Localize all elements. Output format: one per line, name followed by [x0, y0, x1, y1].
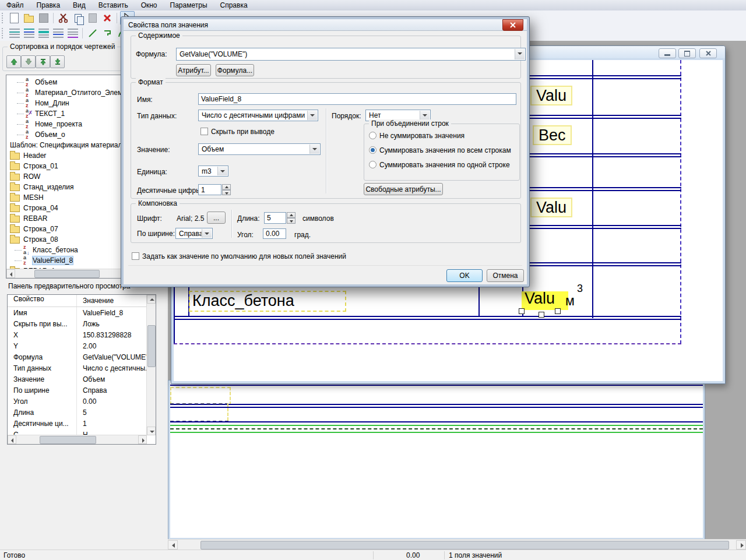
grid-row[interactable]: ИмяValueField_8: [8, 307, 147, 318]
scroll-thumb[interactable]: [40, 436, 96, 444]
scroll-right-arrow[interactable]: [138, 435, 147, 444]
menu-view[interactable]: Вид: [66, 0, 92, 10]
toolbar-grip[interactable]: [2, 13, 5, 23]
class-field-label[interactable]: Класс_бетона: [192, 291, 294, 311]
grid-row[interactable]: По ширинеСправа: [8, 385, 147, 396]
scroll-thumb[interactable]: [34, 270, 100, 278]
line-tool-button[interactable]: [86, 27, 99, 40]
value-field-label[interactable]: Вес: [533, 125, 572, 145]
grid-row[interactable]: ФормулаGetValue("VOLUME"): [8, 351, 147, 362]
preview-property-grid[interactable]: СвойствоЗначение ИмяValueField_8 Скрыть …: [7, 294, 156, 445]
background-template-window[interactable]: [168, 380, 705, 540]
selection-handle[interactable]: [539, 312, 544, 318]
menu-window[interactable]: Окно: [135, 0, 164, 10]
dialog-close-button[interactable]: [502, 19, 523, 31]
length-spinner[interactable]: [287, 212, 295, 224]
value-field-label[interactable]: Valu: [530, 198, 572, 217]
toolbar-grip[interactable]: [2, 28, 5, 38]
formula-button[interactable]: Формула...: [216, 64, 254, 76]
row-type-3-button[interactable]: [37, 27, 50, 40]
hide-on-output-checkbox[interactable]: [200, 128, 208, 135]
scroll-thumb[interactable]: [200, 541, 729, 550]
restore-icon: [684, 51, 690, 57]
cancel-button[interactable]: Отмена: [487, 269, 524, 282]
chevron-down-icon[interactable]: [307, 111, 317, 120]
decimals-spinner[interactable]: [222, 184, 231, 195]
open-button[interactable]: [22, 12, 36, 24]
grid-row[interactable]: Угол0.00: [8, 396, 147, 407]
scroll-left-arrow[interactable]: [168, 540, 178, 550]
cut-button[interactable]: [57, 12, 70, 24]
sum-one-row-radio[interactable]: [369, 161, 376, 168]
unit-combobox[interactable]: m3: [198, 165, 228, 177]
formula-combobox[interactable]: GetValue("VOLUME"): [176, 48, 526, 61]
length-field[interactable]: [264, 212, 286, 224]
grid-row[interactable]: Y2.00: [8, 340, 147, 351]
grid-row[interactable]: X150.831298828: [8, 329, 147, 340]
ok-button[interactable]: OK: [446, 269, 483, 282]
chevron-down-icon[interactable]: [420, 111, 430, 120]
menu-file[interactable]: Файл: [0, 0, 30, 10]
grid-row[interactable]: Скрыть при вы...Ложь: [8, 318, 147, 329]
move-top-button[interactable]: [36, 55, 50, 68]
set-default-checkbox[interactable]: [132, 252, 139, 260]
font-browse-button[interactable]: ...: [207, 212, 226, 224]
restore-button[interactable]: [678, 48, 696, 58]
row-type-2-button[interactable]: [22, 27, 36, 40]
grid-row[interactable]: Десятичные ци...1: [8, 418, 147, 429]
chevron-down-icon[interactable]: [309, 145, 319, 154]
class-field-box[interactable]: Класс_бетона: [189, 291, 346, 312]
angle-field[interactable]: [263, 228, 286, 239]
move-bottom-button[interactable]: [50, 55, 65, 68]
scroll-right-arrow[interactable]: [736, 540, 746, 550]
move-down-button[interactable]: [21, 55, 36, 68]
selected-value-field-text[interactable]: Valu: [525, 288, 555, 308]
delete-button[interactable]: [100, 12, 114, 24]
sum-all-rows-radio[interactable]: [369, 146, 376, 154]
selected-value-field[interactable]: Valu м 3: [521, 286, 597, 319]
menu-options[interactable]: Параметры: [164, 0, 214, 10]
dialog-titlebar[interactable]: Свойства поля значения: [124, 19, 527, 31]
row-type-5-button[interactable]: [66, 27, 79, 40]
chevron-down-icon[interactable]: [515, 49, 525, 59]
row-type-4-button[interactable]: [51, 27, 65, 40]
value-combobox[interactable]: Объем: [198, 143, 321, 155]
chevron-down-icon[interactable]: [202, 229, 212, 238]
free-attributes-button[interactable]: Свободные атрибуты...: [364, 183, 443, 195]
chevron-down-icon[interactable]: [217, 167, 227, 175]
paste-button[interactable]: [86, 12, 99, 24]
menu-insert[interactable]: Вставить: [92, 0, 135, 10]
polyline-tool-button[interactable]: [100, 27, 114, 40]
no-sum-radio[interactable]: [369, 132, 376, 139]
save-button[interactable]: [37, 12, 50, 24]
align-combobox[interactable]: Справа: [175, 228, 213, 239]
name-field[interactable]: [198, 93, 516, 105]
grid-row[interactable]: Тип данныхЧисло с десятичны...: [8, 362, 147, 374]
selection-handle[interactable]: [555, 308, 561, 314]
scroll-down-arrow[interactable]: [147, 427, 156, 435]
grid-row[interactable]: Длина5: [8, 407, 147, 418]
row-type-1-button[interactable]: [8, 27, 21, 40]
value-field-label[interactable]: Valu: [530, 86, 572, 105]
attribute-button[interactable]: Атрибут...: [176, 64, 211, 76]
move-up-button[interactable]: [6, 55, 21, 68]
menu-help[interactable]: Справка: [214, 0, 254, 10]
menu-edit[interactable]: Правка: [30, 0, 67, 10]
scroll-thumb[interactable]: [147, 325, 156, 367]
background-canvas[interactable]: [170, 382, 703, 538]
selection-handle[interactable]: [519, 308, 525, 314]
datatype-combobox[interactable]: Число с десятичными цифрами: [198, 110, 318, 121]
new-button[interactable]: [8, 12, 21, 24]
scroll-up-arrow[interactable]: [147, 295, 156, 304]
minimize-button[interactable]: [659, 48, 676, 58]
workspace-horizontal-scrollbar[interactable]: [168, 539, 746, 550]
copy-icon: [75, 14, 82, 23]
decimals-field[interactable]: [198, 184, 221, 195]
scroll-left-arrow[interactable]: [8, 435, 16, 444]
copy-button[interactable]: [71, 12, 85, 24]
grid-horizontal-scrollbar[interactable]: [8, 435, 147, 444]
close-window-button[interactable]: [699, 48, 717, 58]
grid-row[interactable]: ЗначениеОбъем: [8, 374, 147, 385]
scroll-left-arrow[interactable]: [6, 269, 15, 278]
grid-vertical-scrollbar[interactable]: [146, 295, 156, 435]
